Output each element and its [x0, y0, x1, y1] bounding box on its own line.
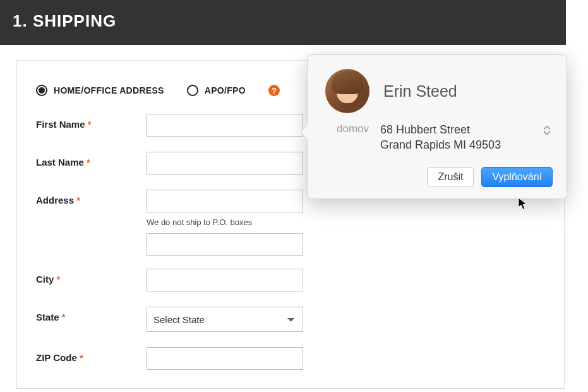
label-text: First Name — [36, 119, 85, 130]
chevron-down-icon — [544, 131, 550, 135]
field-state: State * Select State — [36, 307, 545, 332]
required-marker: * — [88, 119, 92, 130]
field-city: City * — [36, 269, 545, 291]
required-marker: * — [87, 157, 90, 168]
label-text: ZIP Code — [36, 352, 77, 363]
contact-name: Erin Steed — [383, 82, 457, 101]
field-label: Address * — [36, 190, 147, 205]
address-row: domov 68 Hubbert Street Grand Rapids MI … — [337, 122, 553, 153]
fill-button[interactable]: Vyplňování — [481, 167, 553, 187]
last-name-input[interactable] — [147, 152, 303, 175]
address-type-label: domov — [337, 122, 369, 135]
address-line2-input[interactable] — [147, 233, 303, 256]
field-label: State * — [36, 307, 147, 322]
label-text: Address — [36, 195, 74, 205]
radio-icon — [187, 85, 198, 96]
cancel-button[interactable]: Zrušit — [427, 167, 474, 187]
required-marker: * — [76, 195, 80, 205]
field-label: First Name * — [36, 114, 147, 130]
required-marker: * — [62, 312, 66, 322]
required-marker: * — [57, 274, 61, 285]
autofill-contact-popover: Erin Steed domov 68 Hubbert Street Grand… — [307, 54, 567, 199]
field-address: Address * We do not ship to P.O. boxes — [36, 190, 545, 256]
radio-apo-fpo[interactable]: APO/FPO — [187, 85, 246, 96]
address-lines: 68 Hubbert Street Grand Rapids MI 49503 — [380, 122, 530, 153]
field-label: ZIP Code * — [36, 347, 147, 363]
address-hint: We do not ship to P.O. boxes — [147, 217, 303, 227]
state-select[interactable]: Select State — [147, 307, 303, 332]
help-icon[interactable]: ? — [268, 85, 280, 96]
address-line1-input[interactable] — [147, 190, 303, 212]
required-marker: * — [80, 352, 83, 363]
radio-home-office[interactable]: HOME/OFFICE ADDRESS — [36, 85, 164, 96]
label-text: Last Name — [36, 157, 84, 168]
checkout-step-header: 1. SHIPPING — [0, 0, 566, 45]
first-name-input[interactable] — [147, 114, 303, 137]
field-label: Last Name * — [36, 152, 147, 168]
contact-header: Erin Steed — [325, 69, 553, 113]
page-title: 1. SHIPPING — [13, 11, 553, 31]
address-line2: Grand Rapids MI 49503 — [380, 137, 530, 152]
chevron-up-icon — [544, 126, 550, 130]
radio-label: APO/FPO — [205, 85, 246, 95]
avatar — [325, 69, 369, 113]
radio-label: HOME/OFFICE ADDRESS — [54, 85, 164, 95]
field-label: City * — [36, 269, 147, 285]
popover-button-row: Zrušit Vyplňování — [325, 167, 553, 187]
city-input[interactable] — [147, 269, 303, 291]
radio-icon — [36, 85, 47, 96]
label-text: City — [36, 274, 54, 285]
label-text: State — [36, 312, 59, 322]
address-line1: 68 Hubbert Street — [380, 122, 530, 137]
field-zip: ZIP Code * — [36, 347, 545, 370]
zip-input[interactable] — [147, 347, 303, 370]
address-picker-stepper[interactable] — [541, 126, 553, 135]
